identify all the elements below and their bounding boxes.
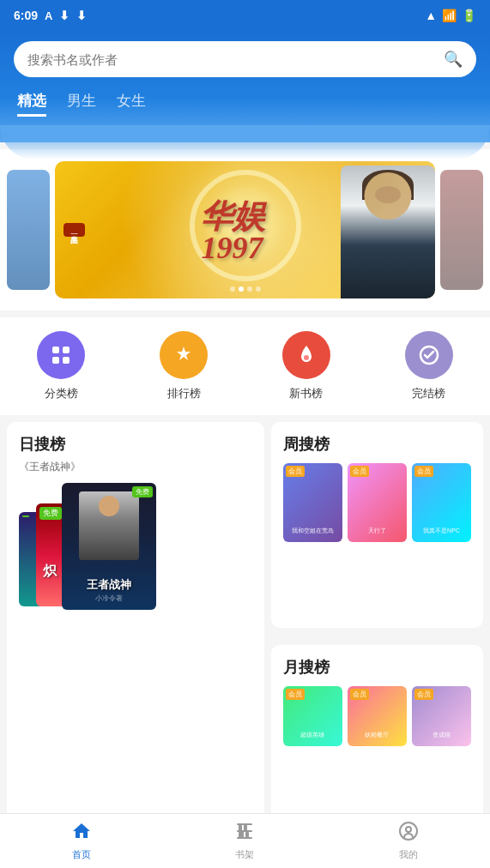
weekly-book-2[interactable]: 会员 天行了 <box>348 463 407 542</box>
nav-home-label: 首页 <box>72 848 91 861</box>
shelf-icon <box>234 821 255 847</box>
daily-rank-top-book: 《王者战神》 <box>19 460 252 474</box>
search-icon[interactable]: 🔍 <box>444 50 463 69</box>
svg-rect-10 <box>244 825 247 830</box>
free-badge-2: 免费 <box>39 507 62 520</box>
dot-3 <box>247 286 252 292</box>
svg-rect-7 <box>237 830 252 832</box>
status-right: ▲ 📶 🔋 <box>425 9 476 22</box>
notification-icon: A <box>45 9 52 22</box>
banner-main[interactable]: 胖一点来品 华娱 1997 <box>55 161 435 298</box>
banner-right-side <box>440 170 483 290</box>
weekly-book-2-title: 天行了 <box>348 523 407 539</box>
monthly-book-1[interactable]: 会员 超级英雄 <box>283 686 342 746</box>
header: 🔍 精选 男生 女生 <box>0 31 490 142</box>
svg-rect-0 <box>52 347 59 353</box>
dot-2 <box>239 286 244 292</box>
weekly-rank-title: 周搜榜 <box>283 434 471 455</box>
svg-rect-8 <box>237 837 252 839</box>
daily-rank-panel: 日搜榜 《王者战神》 免费 炽 王者战神 小冷令著 <box>7 422 264 851</box>
weekly-book-1-title: 我和空姐在荒岛 <box>283 523 342 539</box>
signal-icon: 📶 <box>442 9 457 22</box>
banner-year: 1997 <box>202 230 263 266</box>
nav-mine[interactable]: 我的 <box>327 821 490 861</box>
daily-rank-title: 日搜榜 <box>19 434 252 455</box>
monthly-book-2[interactable]: 会员 妖精餐厅 <box>348 686 407 746</box>
battery-icon: 🔋 <box>462 9 476 22</box>
monthly-vip-badge-1: 会员 <box>286 689 305 700</box>
xinshibang-label: 新书榜 <box>289 386 323 401</box>
weekly-book-3-title: 我真不是NPC <box>412 523 471 539</box>
banner-left-side <box>7 170 50 290</box>
search-input[interactable] <box>27 52 444 67</box>
free-badge-3 <box>22 515 29 517</box>
vip-badge-2: 会员 <box>350 466 369 477</box>
svg-point-4 <box>304 355 309 360</box>
tab-female[interactable]: 女生 <box>117 91 146 117</box>
xinshibang-icon <box>282 331 330 379</box>
char-face <box>375 186 401 203</box>
wanjieibang-label: 完结榜 <box>412 386 445 401</box>
monthly-book-3-title: 变成猫 <box>412 727 471 743</box>
time-display: 6:09 <box>14 9 38 22</box>
mine-icon <box>398 821 419 847</box>
status-left: 6:09 A ⬇ ⬇ <box>14 9 87 22</box>
monthly-vip-badge-3: 会员 <box>414 689 433 700</box>
category-wanjieibang[interactable]: 完结榜 <box>405 331 453 401</box>
download-icon-2: ⬇ <box>76 9 87 22</box>
fenleibang-label: 分类榜 <box>45 386 78 401</box>
banner-badge: 胖一点来品 <box>64 223 85 237</box>
svg-rect-1 <box>63 347 70 353</box>
dot-1 <box>230 286 235 292</box>
nav-mine-label: 我的 <box>399 848 418 861</box>
weekly-book-1[interactable]: 会员 我和空姐在荒岛 <box>283 463 342 542</box>
monthly-rank-title: 月搜榜 <box>283 657 471 678</box>
category-paihaibang[interactable]: 排行榜 <box>160 331 208 401</box>
svg-rect-11 <box>239 832 244 837</box>
wifi-icon: ▲ <box>425 9 437 22</box>
category-xinshibang[interactable]: 新书榜 <box>282 331 330 401</box>
monthly-book-3[interactable]: 会员 变成猫 <box>412 686 471 746</box>
main-content: 胖一点来品 华娱 1997 <box>0 149 490 868</box>
banner-character <box>341 166 435 298</box>
svg-rect-3 <box>63 357 70 364</box>
fenleibang-icon <box>37 331 85 379</box>
monthly-book-2-title: 妖精餐厅 <box>348 727 407 743</box>
nav-shelf[interactable]: 书架 <box>163 821 326 861</box>
svg-rect-9 <box>239 825 242 830</box>
banner-dots <box>230 286 261 292</box>
nav-home[interactable]: 首页 <box>0 821 163 861</box>
svg-rect-2 <box>52 357 59 364</box>
banner-wrapper: 胖一点来品 华娱 1997 <box>0 158 490 302</box>
tab-selected[interactable]: 精选 <box>17 91 46 117</box>
dot-4 <box>256 286 261 292</box>
category-section: 分类榜 排行榜 新书榜 <box>0 317 490 415</box>
search-bar[interactable]: 🔍 <box>14 41 476 77</box>
monthly-vip-badge-2: 会员 <box>350 689 369 700</box>
status-bar: 6:09 A ⬇ ⬇ ▲ 📶 🔋 <box>0 0 490 31</box>
home-icon <box>71 821 92 847</box>
category-fenleibang[interactable]: 分类榜 <box>37 331 85 401</box>
tab-bar: 精选 男生 女生 <box>14 91 476 117</box>
tab-male[interactable]: 男生 <box>67 91 96 117</box>
paihaibang-label: 排行榜 <box>167 386 201 401</box>
download-icon-1: ⬇ <box>59 9 70 22</box>
bottom-nav: 首页 书架 我的 <box>0 813 490 868</box>
rankings-section: 日搜榜 《王者战神》 免费 炽 王者战神 小冷令著 <box>0 422 490 851</box>
weekly-books: 会员 我和空姐在荒岛 会员 天行了 会员 我真不是NPC <box>283 463 471 542</box>
svg-rect-12 <box>245 832 249 837</box>
vip-badge-3: 会员 <box>414 466 433 477</box>
banner-section: 胖一点来品 华娱 1997 <box>0 149 490 310</box>
wanjieibang-icon <box>405 331 453 379</box>
monthly-book-1-title: 超级英雄 <box>283 727 342 743</box>
monthly-books: 会员 超级英雄 会员 妖精餐厅 会员 变成猫 <box>283 686 471 746</box>
vip-badge-1: 会员 <box>286 466 305 477</box>
nav-shelf-label: 书架 <box>235 848 254 861</box>
banner-title-group: 华娱 1997 <box>200 195 265 266</box>
weekly-book-3[interactable]: 会员 我真不是NPC <box>412 463 471 542</box>
daily-book-1[interactable]: 王者战神 小冷令著 免费 <box>62 483 156 610</box>
right-ranks: 周搜榜 会员 我和空姐在荒岛 会员 天行了 会员 我真不是NPC <box>271 422 483 851</box>
paihaibang-icon <box>160 331 208 379</box>
svg-rect-6 <box>237 823 252 825</box>
weekly-rank-panel: 周搜榜 会员 我和空姐在荒岛 会员 天行了 会员 我真不是NPC <box>271 422 483 628</box>
